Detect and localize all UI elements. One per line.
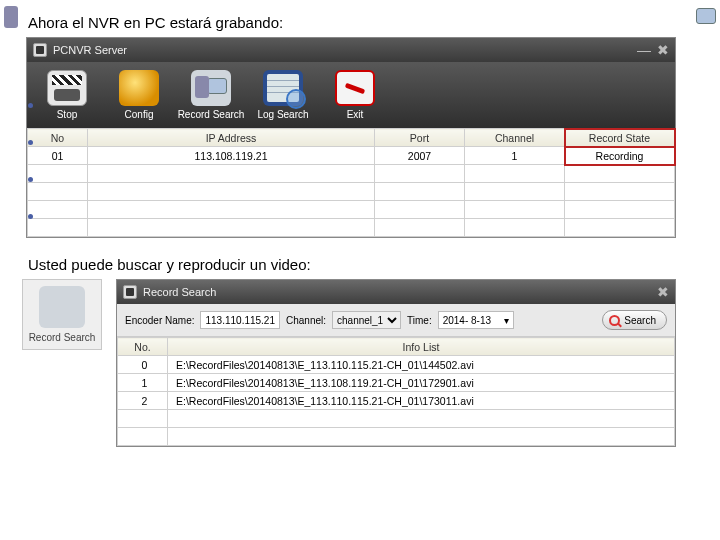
config-button[interactable]: Config — [103, 68, 175, 122]
table-header-row: No IP Address Port Channel Record State — [28, 129, 675, 147]
record-search-label: Record Search — [178, 109, 245, 120]
cell-no: 1 — [118, 374, 168, 392]
stop-button[interactable]: Stop — [31, 68, 103, 122]
cell-port: 2007 — [375, 147, 465, 165]
exit-label: Exit — [347, 109, 364, 120]
config-label: Config — [125, 109, 154, 120]
table-row — [28, 201, 675, 219]
window-title: Record Search — [143, 286, 216, 298]
cell-channel: 1 — [465, 147, 565, 165]
channel-select[interactable]: channel_1 — [332, 311, 401, 329]
titlebar: PCNVR Server — ✖ — [27, 38, 675, 62]
search-button[interactable]: Search — [602, 310, 667, 330]
magnifier-icon — [609, 315, 620, 326]
sidebar-dots — [28, 103, 33, 251]
record-search-button[interactable]: Record Search — [175, 68, 247, 122]
time-value: 2014- 8-13 — [443, 315, 491, 326]
table-row[interactable]: 01 113.108.119.21 2007 1 Recording — [28, 147, 675, 165]
encoder-label: Encoder Name: — [125, 315, 194, 326]
shortcut-label: Record Search — [25, 332, 99, 343]
clapper-icon — [47, 70, 87, 106]
channel-label: Channel: — [286, 315, 326, 326]
col-info: Info List — [168, 338, 675, 356]
table-row — [28, 165, 675, 183]
log-search-icon — [263, 70, 303, 106]
log-search-button[interactable]: Log Search — [247, 68, 319, 122]
calendar-dropdown-icon: ▾ — [504, 315, 509, 326]
minimize-icon[interactable]: — — [637, 42, 651, 58]
caption-recording: Ahora el NVR en PC estará grabando: — [28, 14, 720, 31]
titlebar: Record Search ✖ — [117, 280, 675, 304]
col-no: No — [28, 129, 88, 147]
stop-label: Stop — [57, 109, 78, 120]
col-channel: Channel — [465, 129, 565, 147]
col-record-state: Record State — [565, 129, 675, 147]
table-row[interactable]: 0E:\RecordFiles\20140813\E_113.110.115.2… — [118, 356, 675, 374]
table-row — [118, 410, 675, 428]
close-icon[interactable]: ✖ — [657, 284, 669, 300]
table-row[interactable]: 2E:\RecordFiles\20140813\E_113.110.115.2… — [118, 392, 675, 410]
log-search-label: Log Search — [257, 109, 308, 120]
camcorder-icon — [191, 70, 231, 106]
encoder-field[interactable]: 113.110.115.21 — [200, 311, 280, 329]
col-no: No. — [118, 338, 168, 356]
app-icon — [33, 43, 47, 57]
cell-info: E:\RecordFiles\20140813\E_113.108.119.21… — [168, 374, 675, 392]
exit-button[interactable]: Exit — [319, 68, 391, 122]
cell-no: 0 — [118, 356, 168, 374]
col-port: Port — [375, 129, 465, 147]
app-icon — [123, 285, 137, 299]
table-row — [28, 183, 675, 201]
close-icon[interactable]: ✖ — [657, 42, 669, 58]
record-search-window: Record Search ✖ Encoder Name: 113.110.11… — [116, 279, 676, 447]
encoder-value: 113.110.115.21 — [205, 315, 275, 326]
table-row — [118, 428, 675, 446]
cell-no: 2 — [118, 392, 168, 410]
exit-icon — [335, 70, 375, 106]
main-toolbar: Stop Config Record Search Log Search Exi… — [27, 62, 675, 128]
table-row — [28, 219, 675, 237]
cell-info: E:\RecordFiles\20140813\E_113.110.115.21… — [168, 356, 675, 374]
filter-bar: Encoder Name: 113.110.115.21 Channel: ch… — [117, 304, 675, 337]
cell-ip: 113.108.119.21 — [88, 147, 375, 165]
time-field[interactable]: 2014- 8-13 ▾ — [438, 311, 514, 329]
results-table: No. Info List 0E:\RecordFiles\20140813\E… — [117, 337, 675, 446]
device-table: No IP Address Port Channel Record State … — [27, 128, 675, 237]
gear-icon — [119, 70, 159, 106]
search-label: Search — [624, 315, 656, 326]
table-header-row: No. Info List — [118, 338, 675, 356]
cell-info: E:\RecordFiles\20140813\E_113.110.115.21… — [168, 392, 675, 410]
caption-search: Usted puede buscar y reproducir un video… — [28, 256, 720, 273]
camcorder-icon — [39, 286, 85, 328]
cell-no: 01 — [28, 147, 88, 165]
window-title: PCNVR Server — [53, 44, 127, 56]
record-search-shortcut[interactable]: Record Search — [22, 279, 102, 350]
time-label: Time: — [407, 315, 432, 326]
col-ip: IP Address — [88, 129, 375, 147]
pcnvr-server-window: PCNVR Server — ✖ Stop Config Record Sear… — [26, 37, 676, 238]
table-row[interactable]: 1E:\RecordFiles\20140813\E_113.108.119.2… — [118, 374, 675, 392]
cell-state: Recording — [565, 147, 675, 165]
